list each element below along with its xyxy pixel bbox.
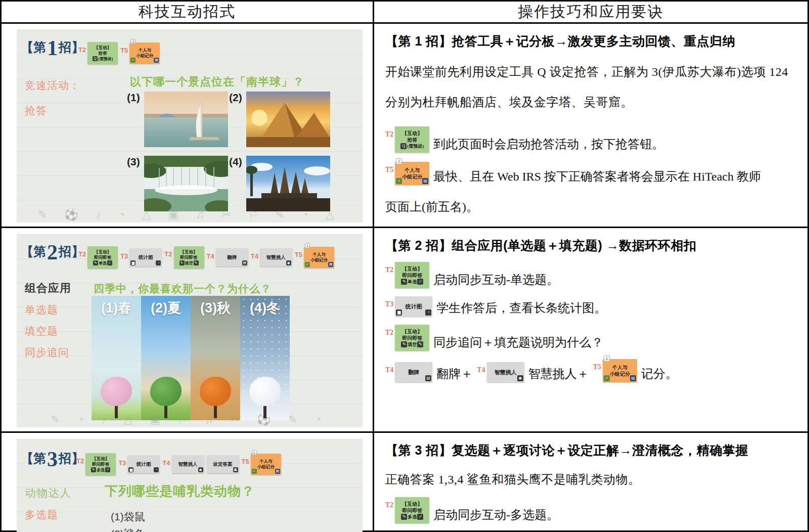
badge-label: 翻牌	[227, 254, 237, 261]
edit-icon: ✎	[194, 260, 199, 265]
tool-step-label: T5	[385, 166, 393, 174]
tool-badge: 翻牌▤	[395, 362, 432, 382]
thumb-up-icon: ✓	[604, 375, 610, 381]
thumb-up-icon: ✓	[252, 469, 257, 474]
tool-badge-group: T4翻牌▤	[385, 362, 432, 382]
instruction-steps: T2【互动】即问即答✎单选✓启动同步互动-单选题。T3统计图▆◔学生作答后，查看…	[385, 262, 794, 382]
badge-label: 翻牌	[408, 369, 419, 376]
thumb-up-icon: ✓	[305, 262, 310, 267]
pick-person-icon: ◉	[286, 260, 291, 265]
tool-badge: 智慧挑人◉	[260, 248, 292, 267]
badge-line: 即问即答	[402, 272, 422, 279]
instruction-step: T5♙个人与小组记分✓▤最快、且在 Web IRS 按下正确答案者将会显示在 H…	[385, 162, 794, 185]
pick-person-icon: ◉	[517, 375, 523, 381]
step-text: 到此页面时会启动抢答活动，按下抢答钮。	[433, 137, 664, 153]
badge-line: 【互动】	[402, 501, 422, 507]
badge-line: 【互动】	[94, 45, 111, 51]
photo-cell: (2)	[229, 92, 331, 147]
badge-line: 小组记分	[136, 53, 153, 59]
tool-step-label: T5	[120, 47, 128, 54]
step-segment: T5♙个人与小组记分✓▤记分。	[593, 359, 678, 382]
check-icon: ✓	[417, 279, 423, 285]
tool-badge: 翻牌▤	[216, 248, 248, 267]
table-row: 【第3招】 T2【互动】即问即答✎多选✓T3统计图▆◔T4智慧挑人◉设定答案▣T…	[2, 433, 807, 530]
step-segment: T2【互动】即问即答✎多选✓启动同步互动-多选题。	[385, 497, 559, 523]
person-icon: ♙	[130, 39, 136, 44]
doodle-decoration: ✎ ⚽ ♪ ◔ △ ▣ ♫ ✂ ⚐ ✎ ◔ △	[17, 208, 363, 221]
check-icon: ✓	[105, 467, 110, 472]
instruction-steps: T2【互动】即问即答✎多选✓启动同步互动-多选题。	[385, 497, 794, 523]
row2-slide-cell: 【第2招】 T2【互动】即问即答✎单选✓T3统计图▆◔T2【互动】即问即答✎填空…	[2, 228, 374, 431]
instruction-heading: 【第 1 招】抢答工具＋记分板→激发更多主动回馈、重点归纳	[385, 33, 794, 50]
slide-side-label: 单选题	[25, 303, 58, 317]
seasons-image: (1)春(2)夏(3)秋(4)冬	[92, 296, 290, 420]
slide-screenshot-2: 【第2招】 T2【互动】即问即答✎单选✓T3统计图▆◔T2【互动】即问即答✎填空…	[17, 234, 363, 427]
instruction-heading: 【第 2 招】组合应用(单选题＋填充题) →数据环环相扣	[385, 237, 794, 254]
tool-badge: 智慧挑人◉	[487, 362, 524, 382]
tool-step-label: T3	[118, 459, 126, 467]
pencil-icon: ✎	[93, 260, 98, 265]
slide-title-prefix: 【第	[21, 450, 46, 467]
tool-badge-group: T2【互动】即问即答✎填空✎	[164, 246, 204, 269]
pencil-icon: ✎	[179, 260, 185, 265]
manual-page: 科技互动招式 操作技巧和应用要诀 【第1招】 T2【互动】抢答Q(需预设)T5♙…	[0, 0, 809, 532]
tool-badge-group: T3统计图▆◔	[385, 296, 432, 317]
badge-line: 即问即答	[402, 335, 422, 341]
slide-title-number: 2	[47, 245, 58, 260]
tool-badge-group: T2【互动】即问即答✎填空✎	[385, 325, 429, 351]
doodle-decoration: ✎ ◔ ♪ △ ▣ ⚐ ♫ ✂ ⚽ ✎ ◔	[17, 413, 363, 426]
badge-line: 小组记分	[310, 257, 328, 263]
slide-title: 【第1招】	[21, 39, 84, 56]
tool-badge-group: T2【互动】抢答Q(需预设)	[78, 42, 118, 64]
tool-badge: 智慧挑人◉	[172, 455, 204, 473]
step-text: 同步追问＋填充题说明为什么？	[433, 335, 603, 351]
slide-side-label: 同步追问	[25, 345, 69, 360]
tool-badge-group: T2【互动】即问即答✎多选✓	[385, 497, 429, 523]
badge-line: 抢答	[407, 137, 417, 143]
spring-season-panel: (1)春	[92, 296, 141, 420]
tool-badge-group: T4翻牌▤	[207, 248, 248, 267]
badge-line: 【互动】	[402, 265, 422, 272]
tool-badge-group: T4智慧挑人◉	[162, 455, 204, 473]
bar-chart-icon: ▆	[130, 260, 136, 265]
pencil-icon: ✎	[91, 467, 96, 472]
badge-bottom-line: ✎单选✓	[93, 260, 112, 266]
row3-instructions-cell: 【第 3 招】复选题＋逐项讨论＋设定正解→澄清概念，精确掌握 正确答案 1,3,…	[374, 433, 807, 530]
tool-badge: 设定答案▣	[207, 455, 239, 473]
season-option-label: (2)夏	[151, 299, 181, 317]
badge-bottom-text: 多选	[408, 514, 417, 520]
pie-chart-icon: ◔	[425, 309, 431, 316]
season-option-label: (4)冬	[250, 299, 280, 317]
scoreboard-icon: ▤	[630, 375, 636, 381]
header-left-cell: 科技互动招式	[2, 2, 374, 22]
row2-instructions-cell: 【第 2 招】组合应用(单选题＋填充题) →数据环环相扣 T2【互动】即问即答✎…	[374, 228, 807, 431]
q-tool-icon: Q	[93, 56, 98, 61]
step-segment: T3统计图▆◔学生作答后，查看长条统计图。	[385, 296, 606, 317]
pencil-icon: ✎	[401, 341, 407, 347]
slide-title: 【第3招】	[21, 450, 84, 467]
badge-bottom-text: 单选	[408, 279, 417, 285]
scoreboard-icon: ▤	[328, 262, 333, 267]
pyramids-photo	[246, 92, 330, 147]
tool-badge: 【互动】即问即答✎填空✎	[174, 246, 204, 269]
header-left-title: 科技互动招式	[139, 2, 236, 22]
tool-badge-group: 设定答案▣	[207, 455, 239, 473]
tool-badge-group: T3统计图▆◔	[120, 248, 162, 267]
badge-line: 小组记分	[610, 371, 630, 377]
table-row: 【第2招】 T2【互动】即问即答✎单选✓T3统计图▆◔T2【互动】即问即答✎填空…	[2, 228, 807, 433]
slide-badge-strip: T2【互动】即问即答✎单选✓T3统计图▆◔T2【互动】即问即答✎填空✎T4翻牌▤…	[78, 246, 334, 269]
tool-badge: 【互动】抢答Q(需预设)	[87, 42, 118, 64]
step-text: 翻牌＋	[436, 366, 473, 382]
badge-line: 【互动】	[402, 328, 422, 335]
slide-badge-strip: T2【互动】抢答Q(需预设)T5♙个人与小组记分✓▤	[78, 42, 160, 64]
tool-badge: 统计图▆◔	[395, 296, 432, 317]
badge-line: 抢答	[99, 51, 107, 56]
slide-badge-strip: T2【互动】即问即答✎多选✓T3统计图▆◔T4智慧挑人◉设定答案▣T5♙个人与小…	[76, 453, 281, 475]
tool-step-label: T2	[78, 46, 86, 54]
slide-question: 以下哪一个景点位在「南半球」？	[130, 74, 304, 90]
step-segment: T2【互动】抢答Q(需预设)到此页面时会启动抢答活动，按下抢答钮。	[385, 126, 664, 153]
tool-step-label: T2	[385, 501, 393, 509]
instruction-steps: T2【互动】抢答Q(需预设)到此页面时会启动抢答活动，按下抢答钮。T5♙个人与小…	[385, 126, 794, 214]
photo-option-number: (4)	[229, 156, 246, 168]
set-answer-icon: ▣	[233, 467, 238, 472]
